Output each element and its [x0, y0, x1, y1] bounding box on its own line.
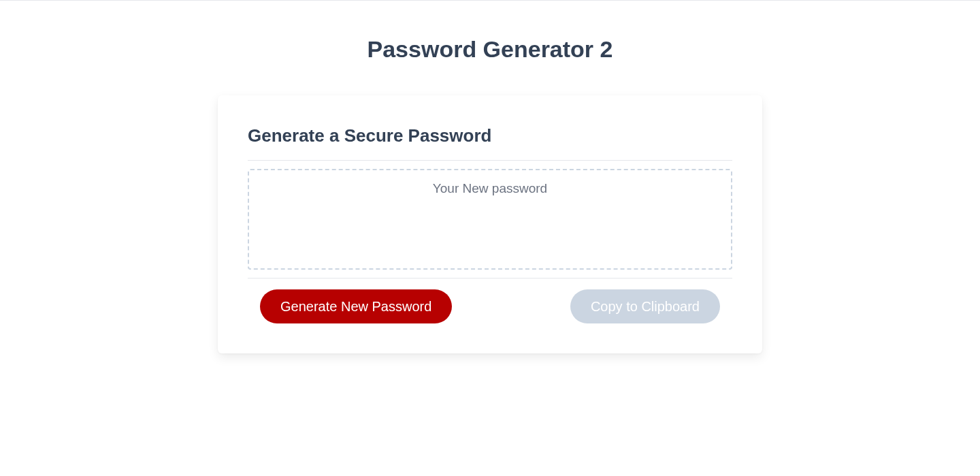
password-output-box: Your New password: [248, 169, 732, 270]
password-placeholder-text: Your New password: [433, 181, 547, 195]
generator-card: Generate a Secure Password Your New pass…: [218, 95, 762, 353]
card-heading: Generate a Secure Password: [248, 125, 732, 146]
divider-top: [248, 160, 732, 161]
generate-button[interactable]: Generate New Password: [260, 289, 452, 323]
button-row: Generate New Password Copy to Clipboard: [248, 279, 732, 323]
app-container: Password Generator 2 Generate a Secure P…: [0, 1, 980, 353]
copy-button[interactable]: Copy to Clipboard: [570, 289, 720, 323]
page-title: Password Generator 2: [368, 36, 613, 63]
